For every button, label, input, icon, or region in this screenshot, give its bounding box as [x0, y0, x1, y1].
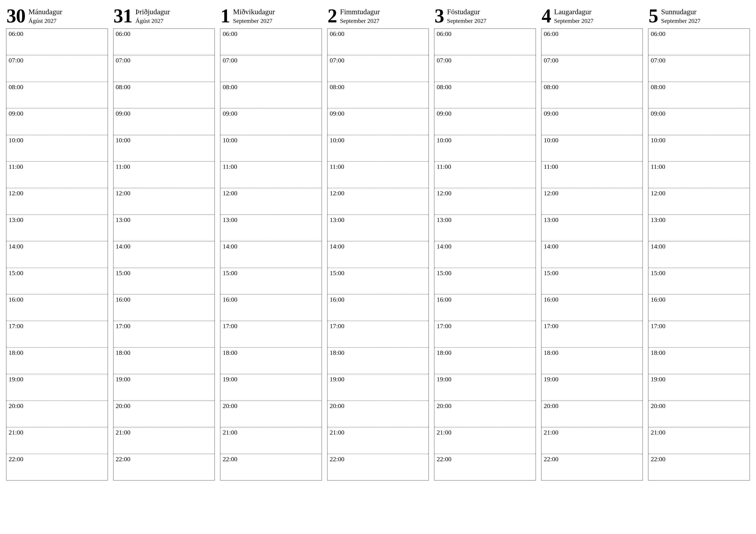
day-column: 4 Laugardagur September 2027 06:00 07:00…	[541, 5, 643, 481]
day-name: Föstudagur	[447, 8, 486, 16]
time-label: 16:00	[9, 296, 23, 303]
day-number: 5	[648, 6, 658, 26]
time-label: 16:00	[330, 296, 344, 303]
time-label: 12:00	[651, 190, 665, 196]
time-label: 08:00	[651, 83, 665, 90]
time-slot: 06:00	[7, 29, 108, 55]
time-label: 15:00	[9, 269, 23, 276]
time-slot: 13:00	[7, 215, 108, 241]
time-slot: 12:00	[648, 188, 749, 214]
day-subtitle: September 2027	[661, 17, 700, 25]
time-slot: 17:00	[542, 320, 643, 347]
day-meta: Þriðjudagur Ágúst 2027	[136, 8, 170, 24]
time-slot: 15:00	[7, 267, 108, 294]
time-slot: 16:00	[434, 294, 535, 320]
time-slot: 09:00	[7, 108, 108, 135]
time-label: 10:00	[651, 137, 665, 144]
time-slot: 12:00	[114, 188, 215, 214]
time-slot: 16:00	[114, 294, 215, 320]
time-label: 22:00	[544, 455, 558, 463]
time-label: 22:00	[330, 455, 344, 463]
time-label: 15:00	[437, 269, 451, 276]
time-label: 10:00	[9, 137, 23, 144]
time-slot: 12:00	[328, 188, 429, 214]
time-label: 15:00	[223, 269, 237, 276]
time-slot: 22:00	[221, 454, 322, 480]
time-slot: 11:00	[7, 161, 108, 188]
day-name: Laugardagur	[554, 8, 594, 16]
time-label: 13:00	[9, 216, 23, 223]
time-label: 13:00	[544, 216, 558, 223]
time-label: 12:00	[223, 190, 237, 196]
time-label: 07:00	[330, 57, 344, 64]
time-slot: 16:00	[7, 294, 108, 320]
time-slot: 07:00	[221, 55, 322, 81]
time-slot: 06:00	[434, 29, 535, 55]
time-label: 21:00	[437, 429, 451, 436]
day-number: 2	[328, 6, 337, 26]
time-slot: 11:00	[434, 161, 535, 188]
time-slot: 16:00	[328, 294, 429, 320]
day-grid: 06:00 07:00 08:00 09:00 10:00 11:00 12:0…	[541, 28, 643, 481]
time-slot: 21:00	[328, 427, 429, 453]
day-header: 1 Miðvikudagur September 2027	[220, 5, 322, 28]
day-meta: Mánudagur Ágúst 2027	[28, 8, 62, 24]
time-label: 10:00	[437, 137, 451, 144]
day-name: Mánudagur	[28, 8, 62, 16]
time-label: 18:00	[9, 349, 23, 356]
time-slot: 18:00	[221, 347, 322, 374]
time-slot: 11:00	[221, 161, 322, 188]
day-grid: 06:00 07:00 08:00 09:00 10:00 11:00 12:0…	[6, 28, 108, 481]
time-label: 20:00	[9, 402, 23, 409]
time-slot: 10:00	[648, 135, 749, 161]
time-slot: 06:00	[114, 29, 215, 55]
time-label: 16:00	[437, 296, 451, 303]
time-label: 20:00	[437, 402, 451, 409]
time-slot: 20:00	[434, 400, 535, 427]
day-column: 1 Miðvikudagur September 2027 06:00 07:0…	[220, 5, 322, 481]
time-slot: 07:00	[434, 55, 535, 81]
time-slot: 21:00	[648, 427, 749, 453]
time-label: 06:00	[116, 30, 130, 37]
day-column: 31 Þriðjudagur Ágúst 2027 06:00 07:00 08…	[113, 5, 215, 481]
time-label: 18:00	[223, 349, 237, 356]
time-label: 09:00	[651, 110, 665, 117]
day-header: 2 Fimmtudagur September 2027	[327, 5, 429, 28]
time-label: 22:00	[116, 455, 130, 463]
time-label: 07:00	[116, 57, 130, 64]
time-label: 21:00	[223, 429, 237, 436]
time-slot: 19:00	[648, 374, 749, 400]
time-label: 11:00	[437, 163, 451, 170]
time-slot: 13:00	[648, 215, 749, 241]
time-slot: 06:00	[221, 29, 322, 55]
time-slot: 22:00	[7, 454, 108, 480]
day-subtitle: September 2027	[340, 17, 380, 25]
time-label: 10:00	[544, 137, 558, 144]
time-label: 11:00	[544, 163, 558, 170]
time-label: 10:00	[116, 137, 130, 144]
time-label: 17:00	[9, 322, 23, 329]
time-slot: 14:00	[434, 241, 535, 267]
time-slot: 14:00	[221, 241, 322, 267]
time-slot: 20:00	[221, 400, 322, 427]
time-slot: 22:00	[648, 454, 749, 480]
time-slot: 13:00	[114, 215, 215, 241]
time-label: 21:00	[116, 429, 130, 436]
time-slot: 08:00	[221, 82, 322, 108]
time-slot: 22:00	[434, 454, 535, 480]
time-label: 19:00	[9, 375, 23, 383]
day-meta: Sunnudagur September 2027	[661, 8, 700, 24]
day-name: Sunnudagur	[661, 8, 700, 16]
time-slot: 15:00	[328, 267, 429, 294]
time-label: 06:00	[223, 30, 237, 37]
day-name: Þriðjudagur	[136, 8, 170, 16]
time-label: 18:00	[116, 349, 130, 356]
time-slot: 19:00	[114, 374, 215, 400]
time-label: 17:00	[544, 322, 558, 329]
day-column: 2 Fimmtudagur September 2027 06:00 07:00…	[327, 5, 429, 481]
time-label: 14:00	[651, 243, 665, 250]
time-slot: 14:00	[328, 241, 429, 267]
time-slot: 12:00	[542, 188, 643, 214]
time-label: 14:00	[437, 243, 451, 250]
time-slot: 14:00	[7, 241, 108, 267]
